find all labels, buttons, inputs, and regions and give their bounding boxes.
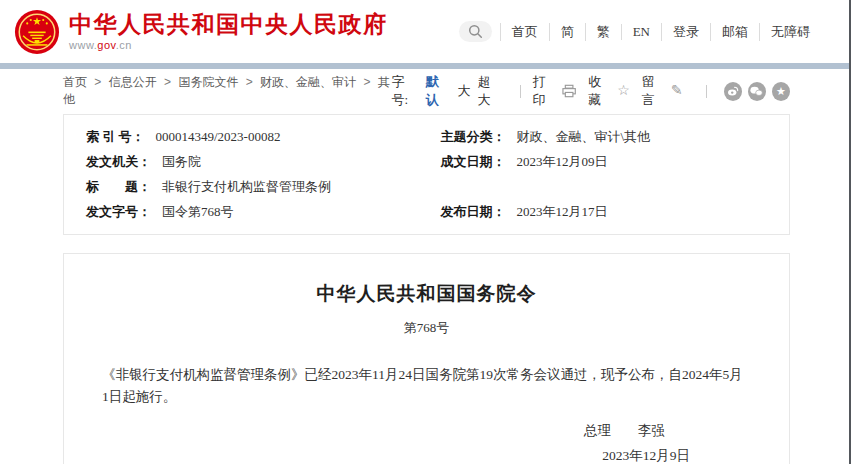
decree-body-paragraph: 《非银行支付机构监督管理条例》已经2023年11月24日国务院第19次常务会议通… (64, 364, 789, 409)
decree-title: 中华人民共和国国务院令 (64, 281, 789, 307)
meta-label: 主题分类： (441, 128, 506, 146)
signature-block: 总理 李强 2023年12月9日 (64, 422, 789, 464)
meta-row: 标 题： 非银行支付机构监督管理条例 (64, 174, 789, 199)
meta-label: 标 题： (86, 178, 151, 196)
meta-label: 成文日期： (441, 153, 506, 171)
breadcrumb-home[interactable]: 首页 (63, 75, 87, 89)
meta-title: 标 题： 非银行支付机构监督管理条例 (64, 178, 427, 196)
meta-label: 发文机关： (86, 153, 151, 171)
search-icon (468, 24, 483, 39)
breadcrumb-separator: > (94, 75, 101, 89)
meta-value: 2023年12月17日 (517, 203, 608, 221)
meta-label: 发文字号： (86, 203, 151, 221)
meta-value: 国务院 (162, 153, 201, 171)
nav-item-login[interactable]: 登录 (661, 23, 710, 41)
brand-text: 中华人民共和国中央人民政府 www.gov.cn (69, 12, 388, 51)
site-url-cn: .cn (116, 39, 132, 51)
favorite-label: 收藏 (588, 73, 612, 109)
meta-publish-date: 发布日期： 2023年12月17日 (427, 203, 790, 221)
meta-topic-category: 主题分类： 财政、金融、审计\其他 (427, 128, 790, 146)
wechat-icon (750, 86, 763, 97)
toolbar-row: 首页 > 信息公开 > 国务院文件 > 财政、金融、审计 > 其他 字号: 默认… (63, 72, 790, 110)
meta-index-number: 索 引 号： 000014349/2023-00082 (64, 128, 427, 146)
meta-label: 发布日期： (441, 203, 506, 221)
meta-value: 2023年12月09日 (517, 153, 608, 171)
site-title: 中华人民共和国中央人民政府 (69, 12, 388, 37)
header-divider-bar (0, 63, 851, 69)
nav-item-traditional[interactable]: 繁 (585, 23, 621, 41)
breadcrumb-separator: > (363, 75, 370, 89)
font-size-default-button[interactable]: 默认 (426, 73, 451, 109)
nav-item-home[interactable]: 首页 (500, 23, 549, 41)
printer-icon (562, 84, 576, 98)
tools-divider (706, 85, 707, 98)
document-content-box: 中华人民共和国国务院令 第768号 《非银行支付机构监督管理条例》已经2023年… (63, 253, 790, 464)
comment-label: 留言 (642, 73, 666, 109)
breadcrumb-info-disclosure[interactable]: 信息公开 (109, 75, 157, 89)
signature-date: 2023年12月9日 (64, 447, 789, 464)
breadcrumb: 首页 > 信息公开 > 国务院文件 > 财政、金融、审计 > 其他 (63, 74, 392, 108)
meta-value: 国令第768号 (162, 203, 234, 221)
comment-button[interactable]: 留言 ✎ (642, 73, 683, 109)
star-outline-icon: ☆ (617, 84, 630, 98)
tools-divider (520, 85, 521, 98)
print-label: 打印 (532, 73, 557, 109)
site-url: www.gov.cn (69, 39, 388, 51)
share-wechat-button[interactable] (748, 82, 766, 101)
search-button[interactable] (459, 21, 492, 42)
font-size-xlarge-button[interactable]: 超大 (478, 73, 503, 109)
site-url-gov: gov (97, 39, 115, 51)
meta-issuing-agency: 发文机关： 国务院 (64, 153, 427, 171)
page-body: 首页 > 信息公开 > 国务院文件 > 财政、金融、审计 > 其他 字号: 默认… (63, 72, 790, 464)
meta-value: 非银行支付机构监督管理条例 (162, 178, 331, 196)
meta-row: 索 引 号： 000014349/2023-00082 主题分类： 财政、金融、… (64, 124, 789, 149)
breadcrumb-separator: > (164, 75, 171, 89)
share-weibo-button[interactable] (724, 82, 742, 101)
breadcrumb-state-council-docs[interactable]: 国务院文件 (178, 75, 238, 89)
nav-item-accessibility[interactable]: 无障碍 (759, 23, 821, 41)
site-url-www: www. (69, 39, 97, 51)
meta-written-date: 成文日期： 2023年12月09日 (427, 153, 790, 171)
meta-row: 发文机关： 国务院 成文日期： 2023年12月09日 (64, 149, 789, 174)
breadcrumb-separator: > (246, 75, 253, 89)
decree-number: 第768号 (64, 319, 789, 337)
nav-item-english[interactable]: EN (621, 24, 661, 40)
meta-document-number: 发文字号： 国令第768号 (64, 203, 427, 221)
meta-value: 财政、金融、审计\其他 (517, 128, 651, 146)
signer-line: 总理 李强 (64, 422, 789, 440)
top-nav: 首页 简 繁 EN 登录 邮箱 无障碍 (459, 21, 821, 42)
favorite-button[interactable]: 收藏 ☆ (588, 73, 630, 109)
weibo-icon (727, 85, 739, 97)
font-size-label: 字号: (392, 73, 420, 109)
font-size-large-button[interactable]: 大 (458, 82, 471, 100)
star-icon: ★ (776, 86, 786, 97)
pencil-icon: ✎ (671, 84, 683, 98)
national-emblem-icon (14, 9, 60, 55)
document-metadata-box: 索 引 号： 000014349/2023-00082 主题分类： 财政、金融、… (63, 114, 790, 235)
site-logo-link[interactable]: 中华人民共和国中央人民政府 www.gov.cn (14, 9, 388, 55)
site-header: 中华人民共和国中央人民政府 www.gov.cn 首页 简 繁 EN 登录 邮箱… (0, 0, 851, 63)
meta-label: 索 引 号： (86, 128, 145, 146)
nav-item-simplified[interactable]: 简 (549, 23, 585, 41)
breadcrumb-finance-category[interactable]: 财政、金融、审计 (260, 75, 356, 89)
nav-item-mail[interactable]: 邮箱 (710, 23, 759, 41)
share-favorite-button[interactable]: ★ (772, 82, 790, 101)
page-tools: 字号: 默认 大 超大 打印 收藏 ☆ 留言 ✎ (392, 73, 790, 109)
meta-value: 000014349/2023-00082 (156, 129, 281, 145)
meta-row: 发文字号： 国令第768号 发布日期： 2023年12月17日 (64, 199, 789, 224)
print-button[interactable]: 打印 (532, 73, 576, 109)
